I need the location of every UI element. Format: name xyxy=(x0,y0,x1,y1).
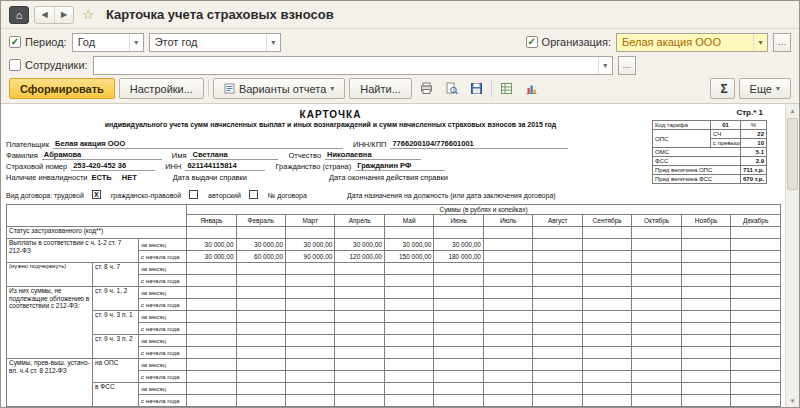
month-value-cell xyxy=(236,227,285,239)
employees-field[interactable]: ▾ xyxy=(93,56,613,75)
month-value-cell xyxy=(533,323,582,335)
chevron-down-icon: ▾ xyxy=(598,57,612,74)
month-value-cell xyxy=(286,347,335,359)
month-value-cell xyxy=(731,311,781,323)
month-header-cell: Сентябрь xyxy=(582,215,631,227)
period-cell: за месяц xyxy=(139,359,187,371)
month-value-cell xyxy=(731,299,781,311)
organization-checkbox[interactable]: ✓ Организация: xyxy=(526,36,611,48)
period-range-select[interactable]: Этот год ▾ xyxy=(149,33,281,52)
month-value-cell xyxy=(731,347,781,359)
filter-row-employees: Сотрудники: ▾ … xyxy=(9,55,791,75)
month-value-cell xyxy=(434,287,483,299)
period-checkbox[interactable]: ✓ Период: xyxy=(9,36,67,48)
month-value-cell xyxy=(533,347,582,359)
period-cell: за месяц xyxy=(139,263,187,275)
month-value-cell xyxy=(434,263,483,275)
contract-type-label: Вид договора: трудовой xyxy=(6,192,84,199)
status-row: Статус застрахованного (код**) xyxy=(7,227,781,239)
over-item-label: в ФСС xyxy=(93,383,139,407)
month-value-cell xyxy=(582,275,631,287)
tariff-oms-label: ОМС xyxy=(653,148,741,157)
report-area[interactable]: Стр.* 1 КАРТОЧКА индивидуального учета с… xyxy=(1,104,799,407)
settings-button[interactable]: Настройки... xyxy=(119,78,204,99)
month-value-cell xyxy=(632,239,681,251)
bar-chart-icon xyxy=(525,82,538,95)
month-value-cell: 30 000,00 xyxy=(335,239,384,251)
period-cell: с начала года xyxy=(139,251,187,263)
scroll-up-button[interactable]: ▲ xyxy=(786,104,799,117)
tariff-pred-fss-value: 670 т.р. xyxy=(741,175,767,184)
month-value-cell xyxy=(384,371,433,383)
month-value-cell xyxy=(384,383,433,395)
save-button[interactable] xyxy=(466,78,487,99)
home-button[interactable]: ⌂ xyxy=(9,6,29,24)
month-value-cell xyxy=(434,299,483,311)
citizenship-label: Гражданство (страна) xyxy=(275,162,351,171)
organization-choose-button[interactable]: … xyxy=(773,33,791,52)
month-value-cell xyxy=(434,371,483,383)
find-button[interactable]: Найти... xyxy=(349,78,412,99)
period-cell: с начала года xyxy=(139,299,187,311)
printer-icon xyxy=(420,82,433,95)
table-row: Пред величина ОПС 711 т.р. xyxy=(653,166,767,175)
disability-line: Наличие инвалидности ЕСТЬ НЕТ Дата выдач… xyxy=(6,171,655,182)
month-header-cell: Февраль xyxy=(236,215,285,227)
month-value-cell xyxy=(335,227,384,239)
scrollbar-thumb[interactable] xyxy=(787,118,798,190)
month-value-cell xyxy=(483,347,532,359)
month-value-cell xyxy=(236,299,285,311)
month-value-cell xyxy=(286,263,335,275)
tariff-pred-ops-label: Пред величина ОПС xyxy=(653,166,741,175)
tariff-fss-label: ФСС xyxy=(653,157,741,166)
employees-choose-button[interactable]: … xyxy=(618,56,636,75)
month-value-cell xyxy=(681,251,730,263)
month-value-cell: 30 000,00 xyxy=(187,251,236,263)
month-value-cell xyxy=(681,335,730,347)
generate-button[interactable]: Сформировать xyxy=(9,78,115,99)
tariff-code-label: Код тарифа xyxy=(653,121,711,130)
month-value-cell xyxy=(434,335,483,347)
vertical-scrollbar[interactable]: ▲ ▼ xyxy=(785,104,799,407)
month-value-cell xyxy=(731,335,781,347)
report-variants-button[interactable]: Варианты отчета ▾ xyxy=(213,78,345,99)
disability-no: НЕТ xyxy=(122,173,137,182)
disability-yes: ЕСТЬ xyxy=(92,173,112,182)
tariff-pred-fss-label: Пред величина ФСС xyxy=(653,175,741,184)
period-unit-select[interactable]: Год ▾ xyxy=(72,33,144,52)
month-value-cell xyxy=(384,275,433,287)
month-value-cell xyxy=(236,311,285,323)
employees-checkbox[interactable]: Сотрудники: xyxy=(9,59,88,71)
excluded-group-label: Из них суммы, не подлежащие обложению в … xyxy=(7,287,93,359)
contract-civil-checkbox xyxy=(189,190,198,199)
sums-header-row: Суммы (в рублях и копейках) xyxy=(7,205,781,215)
tariff-sch-label: СЧ xyxy=(711,130,741,139)
month-value-cell: 150 000,00 xyxy=(384,251,433,263)
back-button[interactable]: ◀ xyxy=(35,7,54,23)
more-label: Еще xyxy=(750,83,772,95)
snils-label: Страховой номер xyxy=(6,162,67,171)
print-preview-button[interactable] xyxy=(441,78,462,99)
month-value-cell: 60 000,00 xyxy=(236,251,285,263)
payments-label: Выплаты в соответствии с ч. 1-2 ст. 7 21… xyxy=(7,239,139,263)
month-value-cell xyxy=(187,263,236,275)
month-value-cell xyxy=(335,395,384,407)
favorites-button[interactable]: ☆ xyxy=(79,6,97,24)
month-value-cell xyxy=(731,227,781,239)
month-header-cell: Июль xyxy=(483,215,532,227)
more-button[interactable]: Еще ▾ xyxy=(739,78,791,99)
month-value-cell xyxy=(434,395,483,407)
table-mode-button[interactable] xyxy=(496,78,517,99)
forward-button[interactable]: ▶ xyxy=(54,7,73,23)
organization-field[interactable]: Белая акация ООО ▾ xyxy=(616,33,768,52)
month-value-cell xyxy=(582,311,631,323)
period-cell: с начала года xyxy=(139,347,187,359)
month-value-cell xyxy=(286,335,335,347)
chart-mode-button[interactable] xyxy=(521,78,542,99)
sigma-icon: Σ xyxy=(721,82,728,96)
tariff-code-value: 01 xyxy=(711,121,741,130)
month-value-cell xyxy=(582,335,631,347)
scroll-down-button[interactable]: ▼ xyxy=(786,394,799,407)
print-button[interactable] xyxy=(416,78,437,99)
autosum-button[interactable]: Σ xyxy=(710,78,735,99)
